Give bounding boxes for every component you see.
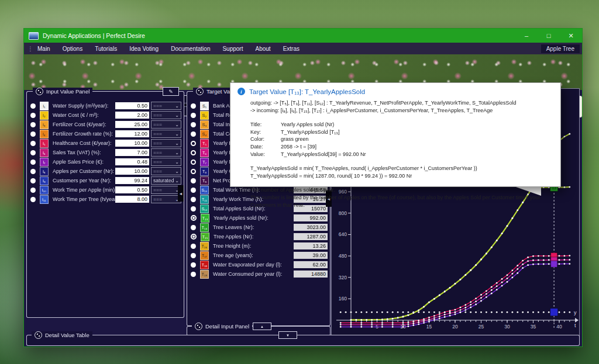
mode-dropdown[interactable]: ===⌄ [151,158,181,166]
input-panel-splitter-handle[interactable]: ◄ [178,185,184,202]
input-radio[interactable] [30,122,36,127]
input-row-work-time-per-apple-min: i₁₀Work Time per Apple (min):0.50===⌄ [27,185,184,195]
target-radio[interactable] [191,141,196,146]
value-color-icon: S₂ [200,111,209,120]
mode-dropdown[interactable]: ===⌄ [151,186,181,194]
input-radio[interactable] [30,103,36,109]
input-radio[interactable] [30,160,36,165]
input-label: Apples per Customer (Nr): [53,168,115,174]
menu-item-tutorials[interactable]: Tutorials [95,46,117,52]
target-radio[interactable] [191,122,196,127]
value-color-icon: T₈ [200,167,209,176]
target-radio[interactable] [191,188,196,193]
mode-dropdown[interactable]: ===⌄ [151,139,181,147]
mode-dropdown[interactable]: saturated⌄ [151,176,181,185]
maximize-button[interactable]: □ [538,29,560,43]
input-value-panel: Input Value Panel ✎ i₁Water Supply (m³/y… [26,91,184,318]
input-value-field[interactable]: 25.00 [115,121,149,128]
target-radio[interactable] [191,178,196,183]
target-radio[interactable] [191,169,196,174]
target-radio[interactable] [191,225,196,230]
input-radio[interactable] [30,113,36,118]
panel-logo-icon [195,323,202,330]
target-radio[interactable] [191,272,196,277]
panel-logo-icon [36,88,43,95]
tooltip-line: T_YearlyApplesSold ≡ min( T_TreeApples, … [250,165,555,172]
mode-dropdown[interactable]: ===⌄ [151,120,181,129]
mode-value: === [153,168,162,174]
target-row-tree-age-years: T₁₇Tree age (years):39.00 [187,251,330,260]
chevron-down-icon: ⌄ [175,141,179,146]
input-radio[interactable] [30,178,36,183]
input-row-healthcare-cost-year: i₅Healthcare Cost (€/year):10.00===⌄ [27,138,184,148]
value-color-icon: S₁₂ [200,204,209,213]
target-radio[interactable] [191,131,196,137]
collapse-up-button[interactable]: ▲ [253,323,271,330]
svg-text:480: 480 [339,253,347,259]
target-value-tooltip: i Target Value [T₁₃]: T_YearlyApplesSold… [230,82,561,187]
target-radio[interactable] [191,234,197,240]
value-color-icon: i₁₁ [40,195,49,204]
value-color-icon: i₁₀ [40,186,49,195]
mode-dropdown[interactable]: ===⌄ [151,130,181,138]
edit-pencil-icon[interactable]: ✎ [163,87,179,96]
target-radio[interactable] [191,113,196,118]
target-radio[interactable] [191,206,196,212]
menu-item-about[interactable]: About [255,46,270,52]
target-value-field: 14880 [294,271,328,278]
input-value-field[interactable]: 8.00 [115,196,149,203]
target-radio[interactable] [191,262,196,268]
input-value-field[interactable]: 10.00 [115,168,149,175]
input-value-field[interactable]: 2.00 [115,112,149,119]
target-label: Yearly Apples sold (Nr): [214,215,294,221]
value-color-icon: T₁₉ [200,270,209,279]
input-value-field[interactable]: 7.00 [115,149,149,156]
menu-item-support[interactable]: Support [222,46,243,52]
mode-dropdown[interactable]: ===⌄ [151,148,181,157]
info-icon: i [237,88,245,95]
menu-item-idea-voting[interactable]: Idea Voting [129,46,159,52]
menu-bar: ⋮ MainOptionsTutorialsIdea VotingDocumen… [24,43,582,54]
mode-dropdown[interactable]: ===⌄ [151,195,181,203]
menu-item-options[interactable]: Options [63,46,82,52]
input-radio[interactable] [30,169,36,174]
input-radio[interactable] [30,131,36,137]
minimize-button[interactable]: – [515,29,538,43]
input-label: Work Time per Apple (min): [53,187,115,193]
menu-item-main[interactable]: Main [37,46,50,52]
svg-text:320: 320 [339,275,347,280]
input-radio[interactable] [30,188,36,193]
input-radio[interactable] [30,150,36,155]
target-radio[interactable] [191,215,197,221]
input-radio[interactable] [30,197,36,202]
input-value-field[interactable]: 0.50 [115,102,149,109]
menu-item-apple-tree[interactable]: Apple Tree [541,44,580,53]
input-value-field[interactable]: 0.50 [115,186,149,193]
expand-down-button[interactable]: ▼ [278,331,297,339]
target-radio[interactable] [191,197,196,202]
target-radio[interactable] [191,160,196,165]
target-radio[interactable] [191,150,196,155]
target-radio[interactable] [191,103,196,109]
input-value-field[interactable]: 10.00 [115,140,149,147]
target-radio[interactable] [191,244,196,249]
menu-item-documentation[interactable]: Documentation [171,46,210,52]
input-value-field[interactable]: 99.24 [115,177,149,184]
target-label: Tree age (years): [213,252,294,258]
mode-dropdown[interactable]: ===⌄ [151,111,181,119]
value-color-icon: i₆ [40,148,49,157]
menu-item-extras[interactable]: Extras [283,46,300,52]
mode-dropdown[interactable]: ===⌄ [151,102,181,110]
target-radio[interactable] [191,253,196,258]
input-row-sales-tax-vat: i₆Sales Tax (VAT) (%):7.00===⌄ [27,148,184,157]
input-label: Apple Sales Price (€): [53,159,115,165]
input-radio[interactable] [30,141,36,146]
input-value-field[interactable]: 0.48 [115,158,149,165]
close-button[interactable]: ✕ [560,29,582,43]
input-value-field[interactable]: 12.00 [115,130,149,137]
chevron-down-icon: ⌄ [175,122,179,127]
value-color-icon: i₉ [40,176,49,185]
value-color-icon: T₆ [200,148,209,157]
mode-dropdown[interactable]: ===⌄ [151,167,181,175]
value-color-icon: T₁₄ [200,223,209,232]
